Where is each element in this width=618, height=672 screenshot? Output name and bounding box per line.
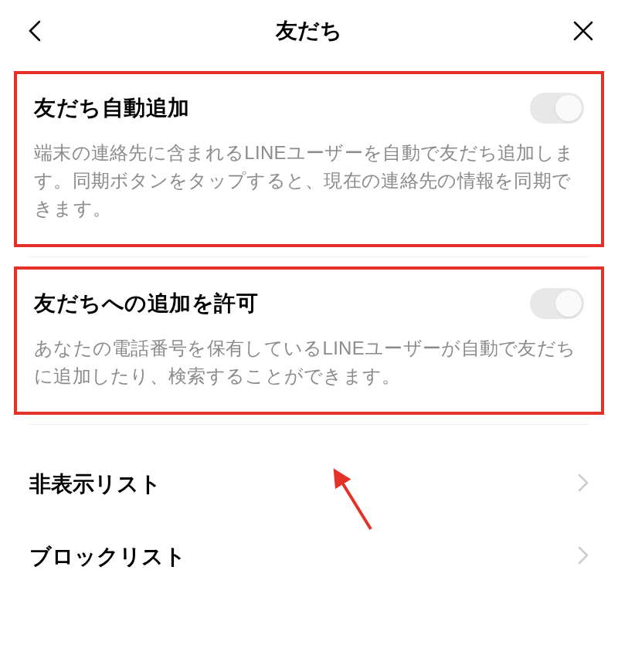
toggle-knob xyxy=(555,95,582,121)
hidden-list-item[interactable]: 非表示リスト xyxy=(0,448,618,521)
allow-add-description: あなたの電話番号を保有しているLINEユーザーが自動で友だちに追加したり、検索す… xyxy=(34,334,584,390)
allow-add-toggle[interactable] xyxy=(530,288,584,319)
spacer xyxy=(0,425,618,448)
block-list-title: ブロックリスト xyxy=(29,542,186,572)
chevron-right-icon xyxy=(578,546,589,568)
auto-add-description: 端末の連絡先に含まれるLINEユーザーを自動で友だち追加します。同期ボタンをタッ… xyxy=(34,139,584,222)
content-area: 友だち自動追加 端末の連絡先に含まれるLINEユーザーを自動で友だち追加します。… xyxy=(0,71,618,593)
toggle-knob xyxy=(555,290,582,317)
auto-add-title: 友だち自動追加 xyxy=(34,93,190,123)
allow-add-row: 友だちへの追加を許可 xyxy=(34,288,584,319)
allow-add-section: 友だちへの追加を許可 あなたの電話番号を保有しているLINEユーザーが自動で友だ… xyxy=(14,266,604,415)
back-icon[interactable] xyxy=(23,19,46,42)
auto-add-section: 友だち自動追加 端末の連絡先に含まれるLINEユーザーを自動で友だち追加します。… xyxy=(14,71,604,247)
page-title: 友だち xyxy=(276,16,342,46)
block-list-item[interactable]: ブロックリスト xyxy=(0,521,618,593)
close-icon[interactable] xyxy=(572,19,595,42)
divider xyxy=(29,256,589,257)
auto-add-toggle[interactable] xyxy=(530,93,584,124)
header: 友だち xyxy=(0,0,618,62)
allow-add-title: 友だちへの追加を許可 xyxy=(34,289,258,318)
hidden-list-title: 非表示リスト xyxy=(29,470,161,499)
auto-add-row: 友だち自動追加 xyxy=(34,93,584,124)
chevron-right-icon xyxy=(578,473,589,495)
